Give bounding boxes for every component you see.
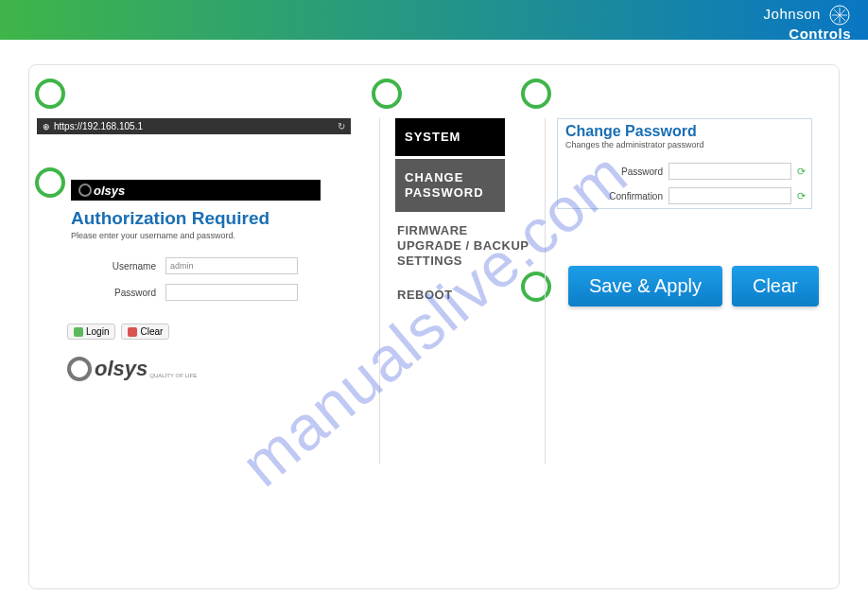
- clear-button-label: Clear: [140, 326, 163, 337]
- johnson-controls-logo: Johnson Controls: [764, 4, 851, 42]
- header-bar: Johnson Controls: [0, 0, 868, 40]
- jc-globe-icon: [828, 4, 851, 26]
- menu-firmware[interactable]: FIRMWARE UPGRADE / BACKUP SETTINGS: [395, 223, 530, 269]
- auth-subtitle: Please enter your username and password.: [71, 231, 356, 240]
- clear-big-button[interactable]: Clear: [732, 266, 819, 306]
- cp-confirmation-label: Confirmation: [609, 191, 663, 201]
- clear-dot-icon: [128, 327, 137, 337]
- login-button-row: Login Clear: [67, 324, 356, 340]
- step-marker-3: [372, 79, 402, 109]
- content-card: ⊕https://192.168.105.1 ↻ olsys Authoriza…: [28, 64, 840, 589]
- menu-change-password[interactable]: CHANGE PASSWORD: [395, 159, 505, 212]
- reload-icon[interactable]: ↻: [338, 121, 345, 131]
- clear-button[interactable]: Clear: [121, 324, 169, 340]
- qolsys-footer-logo: olsys QUALITY OF LIFE: [67, 357, 356, 381]
- qolsys-brand-bar: olsys: [71, 180, 321, 201]
- step-marker-1: [35, 79, 65, 109]
- password-input[interactable]: [165, 284, 298, 301]
- auth-title: Authorization Required: [71, 208, 356, 229]
- qolsys-text: olsys: [94, 184, 125, 198]
- username-input[interactable]: [165, 257, 298, 274]
- qolsys-footer-tagline: QUALITY OF LIFE: [149, 373, 197, 378]
- browser-urlbar[interactable]: ⊕https://192.168.105.1 ↻: [37, 118, 351, 134]
- login-button[interactable]: Login: [67, 324, 115, 340]
- cp-subtitle: Changes the administrator password: [558, 140, 811, 159]
- cp-password-input[interactable]: [668, 163, 791, 180]
- cp-title: Change Password: [558, 119, 811, 140]
- q-big-icon: [67, 357, 92, 381]
- change-password-column: Change Password Changes the administrato…: [545, 118, 828, 464]
- qolsys-footer-text: olsys: [95, 357, 148, 381]
- cp-confirmation-input[interactable]: [668, 187, 791, 204]
- brand-top: Johnson: [764, 6, 821, 22]
- action-button-row: Save & Apply Clear: [568, 266, 828, 306]
- menu-system[interactable]: SYSTEM: [395, 118, 505, 156]
- url-text: https://192.168.105.1: [54, 121, 143, 131]
- refresh-icon[interactable]: ⟳: [797, 166, 806, 178]
- username-label: Username: [71, 261, 156, 271]
- globe-icon: ⊕: [43, 122, 50, 131]
- cp-password-row: Password ⟳: [558, 159, 811, 184]
- cp-confirmation-row: Confirmation ⟳: [558, 184, 811, 208]
- q-icon: [78, 184, 92, 197]
- save-apply-button[interactable]: Save & Apply: [568, 266, 722, 306]
- password-label: Password: [71, 288, 156, 298]
- cp-password-label: Password: [621, 166, 663, 177]
- password-row: Password: [71, 284, 356, 301]
- step-marker-4: [521, 79, 551, 109]
- login-panel: ⊕https://192.168.105.1 ↻ olsys Authoriza…: [37, 118, 356, 381]
- brand-bottom: Controls: [789, 26, 851, 42]
- login-button-label: Login: [86, 326, 109, 337]
- menu-panel: SYSTEM CHANGE PASSWORD FIRMWARE UPGRADE …: [379, 118, 530, 464]
- menu-reboot[interactable]: REBOOT: [395, 288, 530, 303]
- change-password-panel: Change Password Changes the administrato…: [557, 118, 812, 209]
- username-row: Username: [71, 257, 356, 274]
- refresh-icon-2[interactable]: ⟳: [797, 190, 806, 202]
- login-dot-icon: [74, 327, 83, 337]
